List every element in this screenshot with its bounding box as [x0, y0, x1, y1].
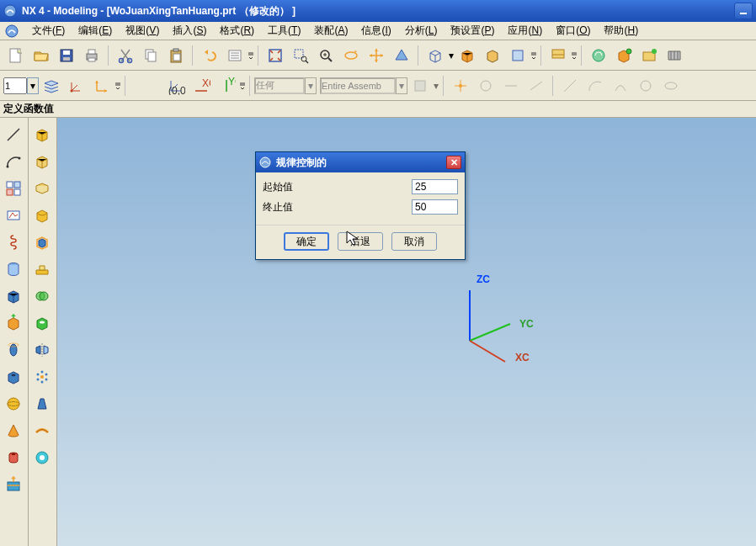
- graphics-viewport[interactable]: ZC YC XC 规律控制的 ✕ 起始值 终止值 确定: [57, 118, 756, 546]
- dialog-titlebar[interactable]: 规律控制的 ✕: [256, 152, 465, 172]
- filter-combo-1[interactable]: ▾: [254, 77, 317, 94]
- datum-csys-button[interactable]: [65, 74, 88, 98]
- shaded-edges-button[interactable]: [481, 44, 504, 67]
- feature-cube-button[interactable]: [29, 122, 55, 147]
- menu-tools[interactable]: 工具(T): [261, 22, 307, 40]
- curve-circle-button: [634, 74, 658, 98]
- minimize-button[interactable]: [734, 3, 753, 19]
- undo-button[interactable]: [198, 44, 221, 67]
- zoom-area-button[interactable]: [289, 44, 312, 67]
- block-button[interactable]: [1, 284, 26, 309]
- dropdown-arrow: ▾: [433, 74, 439, 98]
- mirror-button[interactable]: [29, 337, 55, 363]
- layer-input[interactable]: [3, 77, 27, 94]
- draft-button[interactable]: [29, 391, 55, 416]
- menu-insert[interactable]: 插入(S): [166, 22, 213, 40]
- dropdown-arrow-icon[interactable]: ▾: [27, 77, 39, 94]
- xc-axis-button[interactable]: XC: [189, 74, 213, 98]
- revolve-button[interactable]: [1, 337, 26, 363]
- menu-edit[interactable]: 编辑(E): [72, 22, 119, 40]
- open-button[interactable]: [29, 44, 53, 67]
- subtract-button[interactable]: [29, 310, 55, 336]
- tool-button-2[interactable]: [637, 44, 661, 67]
- cone-button[interactable]: [1, 418, 26, 443]
- pad-button[interactable]: [29, 257, 55, 282]
- print-button[interactable]: [80, 44, 104, 67]
- tool-button[interactable]: [612, 44, 636, 67]
- line-tool-button[interactable]: [1, 122, 26, 147]
- save-button[interactable]: [55, 44, 78, 67]
- unite-button[interactable]: [29, 284, 55, 309]
- dialog-close-button[interactable]: ✕: [446, 156, 461, 169]
- svg-text:(0,0,0): (0,0,0): [168, 85, 185, 95]
- svg-point-47: [12, 374, 16, 376]
- perspective-button[interactable]: [390, 44, 413, 67]
- back-button[interactable]: 后退: [338, 232, 383, 251]
- filter-combo-2[interactable]: ▾: [320, 77, 407, 94]
- pattern-button[interactable]: [29, 364, 55, 390]
- thicken-button[interactable]: [29, 418, 55, 443]
- menu-window[interactable]: 窗口(O): [549, 22, 597, 40]
- dropdown-arrow-icon: ▾: [396, 77, 407, 94]
- trueshading-button[interactable]: [506, 44, 530, 67]
- start-value-input[interactable]: [412, 179, 458, 194]
- undo-list-button[interactable]: [223, 44, 247, 67]
- cylinder-button[interactable]: [1, 257, 26, 282]
- tube-button[interactable]: [1, 445, 26, 470]
- sphere-button[interactable]: [1, 391, 26, 416]
- menu-preferences[interactable]: 预设置(P): [444, 22, 501, 40]
- layer-combo[interactable]: ▾: [3, 77, 39, 94]
- shell-button[interactable]: [29, 230, 55, 255]
- sweep-button[interactable]: [29, 445, 55, 470]
- menu-view[interactable]: 视图(V): [119, 22, 166, 40]
- trim-button[interactable]: [1, 472, 26, 497]
- snap-point-button[interactable]: [449, 74, 472, 98]
- helix-button[interactable]: [1, 230, 26, 255]
- layer-settings-button[interactable]: [40, 74, 63, 98]
- svg-point-26: [626, 49, 631, 54]
- overflow-arrow[interactable]: [239, 74, 246, 98]
- overflow-arrow[interactable]: [248, 44, 254, 67]
- overflow-arrow[interactable]: [571, 44, 578, 67]
- hole-button[interactable]: [1, 364, 26, 390]
- fit-button[interactable]: [264, 44, 287, 67]
- edge-blend-button[interactable]: [29, 203, 55, 228]
- analysis-button[interactable]: [587, 44, 610, 67]
- sheet-button[interactable]: [29, 176, 55, 201]
- overflow-arrow[interactable]: [530, 44, 537, 67]
- new-button[interactable]: [4, 44, 28, 67]
- tool-button-3[interactable]: [663, 44, 686, 67]
- yc-axis-button[interactable]: YC: [215, 74, 238, 98]
- paste-button[interactable]: [164, 44, 188, 67]
- menu-info[interactable]: 信息(I): [354, 22, 397, 40]
- datum-axis-button[interactable]: [90, 74, 114, 98]
- arc-tool-button[interactable]: [1, 149, 26, 174]
- menu-application[interactable]: 应用(N): [501, 22, 549, 40]
- pan-button[interactable]: [365, 44, 388, 67]
- end-value-input[interactable]: [412, 199, 458, 215]
- wireframe-button[interactable]: [423, 44, 447, 67]
- svg-point-61: [37, 379, 40, 381]
- extrude-button[interactable]: [1, 310, 26, 336]
- overflow-arrow[interactable]: [114, 74, 121, 98]
- dropdown-arrow[interactable]: ▾: [448, 44, 455, 67]
- shaded-button[interactable]: [455, 44, 479, 67]
- feature-cube2-button[interactable]: [29, 149, 55, 174]
- cut-button[interactable]: [114, 44, 137, 67]
- menu-format[interactable]: 格式(R): [213, 22, 261, 40]
- menu-file[interactable]: 文件(F): [25, 22, 72, 40]
- zoom-button[interactable]: [314, 44, 338, 67]
- menu-assembly[interactable]: 装配(A): [307, 22, 354, 40]
- ok-button[interactable]: 确定: [284, 232, 329, 251]
- filter1-input: [254, 77, 305, 94]
- menu-analysis[interactable]: 分析(L): [398, 22, 445, 40]
- curve-grid-button[interactable]: [1, 176, 26, 201]
- copy-button[interactable]: [139, 44, 162, 67]
- wcs-button[interactable]: [546, 44, 570, 67]
- menu-help[interactable]: 帮助(H): [597, 22, 645, 40]
- cancel-button[interactable]: 取消: [391, 232, 437, 251]
- svg-point-68: [260, 157, 270, 167]
- rotate-button[interactable]: [339, 44, 363, 67]
- sketch-button[interactable]: [1, 203, 26, 228]
- csys-origin-button[interactable]: (0,0,0): [164, 74, 188, 98]
